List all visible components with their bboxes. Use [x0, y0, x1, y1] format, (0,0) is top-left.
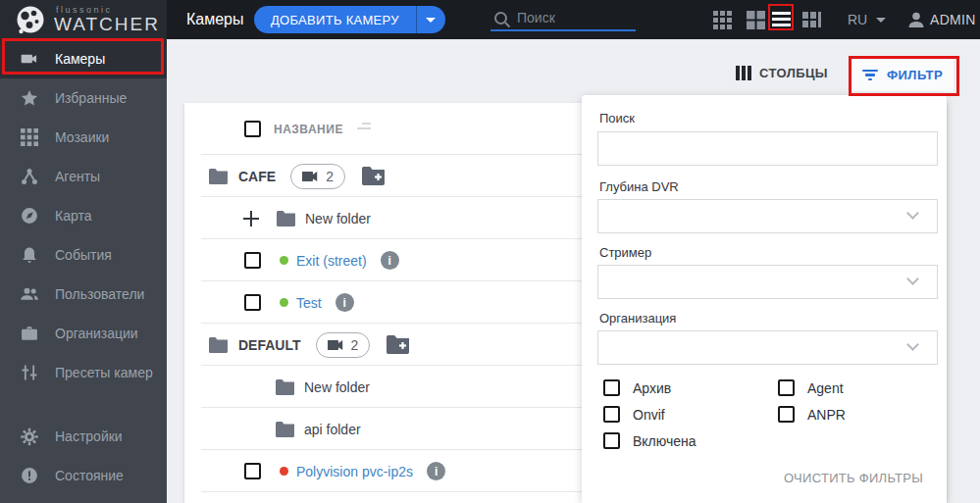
row-checkbox[interactable] — [244, 463, 261, 479]
language-selector[interactable]: RU — [848, 12, 867, 27]
sidebar-item-label: Агенты — [55, 169, 100, 184]
folder-icon — [276, 422, 294, 437]
sidebar-item-mosaics[interactable]: Мозаики — [0, 118, 167, 157]
checkbox-box[interactable] — [603, 379, 620, 396]
checkbox-box[interactable] — [778, 406, 795, 423]
info-icon[interactable]: i — [335, 293, 354, 312]
folder-name[interactable]: CAFE — [238, 169, 276, 184]
checkbox-box[interactable] — [778, 379, 795, 396]
users-icon — [20, 284, 39, 304]
folder-name[interactable]: DEFAULT — [238, 337, 301, 353]
language-chevron-down-icon[interactable] — [876, 18, 886, 23]
sidebar-item-cameras[interactable]: Камеры — [0, 39, 167, 78]
status-online-dot — [280, 298, 288, 307]
camera-link[interactable]: Exit (street) — [296, 253, 367, 269]
add-camera-button-label[interactable]: ДОБАВИТЬ КАМЕРУ — [254, 6, 416, 33]
status-online-dot — [280, 256, 288, 265]
filter-panel: Поиск Глубина DVR Стример Организация Ар… — [582, 95, 947, 503]
checkbox-label: Включена — [633, 433, 696, 449]
dvr-depth-select[interactable] — [597, 199, 938, 233]
select-all-checkbox[interactable] — [244, 121, 261, 137]
grid-large-view-icon[interactable] — [747, 11, 765, 29]
camera-link[interactable]: Polyvision pvc-ip2s — [296, 464, 413, 479]
checkbox-enabled[interactable]: Включена — [603, 432, 696, 449]
sidebar-item-agents[interactable]: Агенты — [0, 157, 167, 196]
filter-search-label: Поиск — [599, 111, 635, 126]
checkbox-archive[interactable]: Архив — [603, 379, 671, 396]
bell-icon — [20, 245, 39, 265]
sidebar-item-label: Мозаики — [55, 129, 109, 145]
camera-count-badge[interactable]: 2 — [316, 332, 371, 358]
filter-button[interactable]: ФИЛЬТР — [851, 59, 954, 91]
sidebar-item-settings[interactable]: Настройки — [0, 417, 167, 456]
columns-button[interactable]: СТОЛБЦЫ — [736, 61, 828, 84]
videocam-icon — [302, 171, 319, 182]
sidebar-item-camera-presets[interactable]: Пресеты камер — [0, 353, 167, 392]
folder-icon — [276, 379, 294, 395]
folder-name[interactable]: api folder — [304, 422, 361, 437]
sidebar-item-label: Организации — [55, 326, 138, 341]
checkbox-anpr[interactable]: ANPR — [778, 406, 846, 423]
checkbox-label: Onvif — [633, 407, 665, 423]
sidebar-item-events[interactable]: События — [0, 235, 167, 275]
row-checkbox[interactable] — [244, 294, 261, 311]
organization-select[interactable] — [597, 330, 938, 365]
folder-name[interactable]: New folder — [304, 379, 370, 395]
sidebar-item-label: Состояние — [55, 468, 124, 483]
streamer-select[interactable] — [597, 265, 938, 299]
compact-view-icon[interactable] — [802, 11, 821, 29]
sidebar-item-status[interactable]: Состояние — [0, 456, 167, 495]
sidebar: Камеры Избранные Мозаики — [0, 39, 167, 503]
videocam-icon — [328, 339, 344, 351]
sidebar-item-label: Камеры — [55, 51, 105, 67]
status-alert-icon — [20, 466, 39, 485]
search-input[interactable] — [517, 8, 633, 27]
info-icon[interactable]: i — [381, 251, 399, 270]
column-header-name[interactable]: НАЗВАНИЕ — [274, 123, 343, 136]
sidebar-item-organizations[interactable]: Организации — [0, 314, 167, 353]
checkbox-onvif[interactable]: Onvif — [603, 406, 665, 423]
user-icon[interactable] — [906, 10, 926, 29]
add-subfolder-icon[interactable] — [243, 211, 259, 226]
camera-count: 2 — [326, 169, 334, 184]
checkbox-box[interactable] — [603, 432, 620, 449]
filter-search-input[interactable] — [597, 131, 938, 166]
clear-filters-button[interactable]: ОЧИСТИТЬ ФИЛЬТРЫ — [784, 471, 923, 485]
user-menu[interactable]: ADMIN — [930, 12, 976, 27]
streamer-label: Стример — [599, 245, 651, 260]
sidebar-item-label: Избранные — [55, 90, 127, 106]
checkbox-agent[interactable]: Agent — [778, 379, 844, 396]
add-folder-icon[interactable] — [387, 335, 409, 354]
sidebar-item-favorites[interactable]: Избранные — [0, 78, 167, 118]
grid-small-view-icon[interactable] — [713, 11, 732, 29]
sidebar-item-label: Пресеты камер — [55, 365, 153, 380]
add-folder-icon[interactable] — [362, 167, 385, 185]
status-offline-dot — [280, 467, 288, 476]
page-title: Камеры — [186, 11, 244, 28]
agents-network-icon — [20, 167, 39, 186]
logo-block[interactable]: flussonic WATCHER — [0, 0, 167, 39]
list-view-icon[interactable] — [772, 10, 791, 28]
folder-icon — [209, 337, 228, 353]
sort-icon[interactable] — [357, 123, 371, 129]
briefcase-icon — [20, 324, 39, 343]
columns-button-label: СТОЛБЦЫ — [759, 66, 828, 80]
columns-icon — [736, 66, 751, 80]
camera-link[interactable]: Test — [296, 295, 322, 311]
filter-button-label: ФИЛЬТР — [887, 68, 943, 82]
folder-name[interactable]: New folder — [305, 211, 371, 226]
checkbox-box[interactable] — [603, 406, 620, 423]
sidebar-item-users[interactable]: Пользователи — [0, 275, 167, 314]
add-camera-dropdown-toggle[interactable] — [416, 6, 445, 33]
row-checkbox[interactable] — [244, 252, 261, 269]
top-bar: flussonic WATCHER Камеры ДОБАВИТЬ КАМЕРУ — [0, 0, 980, 39]
sidebar-item-map[interactable]: Карта — [0, 196, 167, 235]
add-camera-button[interactable]: ДОБАВИТЬ КАМЕРУ — [254, 6, 445, 33]
checkbox-label: Agent — [807, 380, 844, 396]
filter-funnel-icon — [862, 70, 878, 81]
organization-label: Организация — [599, 311, 676, 326]
info-icon[interactable]: i — [427, 462, 445, 480]
checkbox-label: ANPR — [807, 407, 846, 423]
camera-count-badge[interactable]: 2 — [290, 164, 345, 189]
compass-map-icon — [20, 206, 39, 226]
